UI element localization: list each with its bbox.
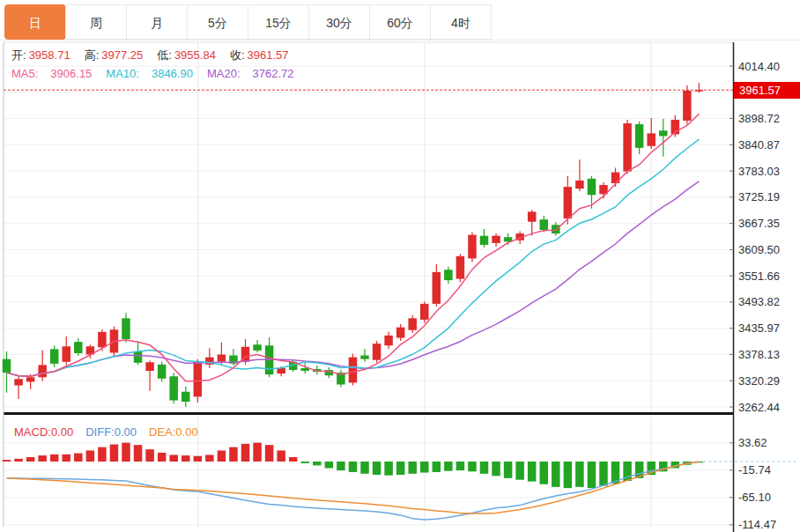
open-label: 开: — [11, 48, 26, 62]
macd-histogram-bar — [515, 462, 524, 480]
macd-value: 0.00 — [51, 425, 73, 439]
price-tick-label: 3435.97 — [738, 321, 780, 335]
tab-day[interactable]: 日 — [4, 4, 66, 40]
macd-histogram-bar — [74, 454, 83, 462]
tab-15min[interactable]: 15分 — [248, 4, 309, 40]
kline-chart-app: 日 周 月 5分 15分 30分 60分 4时 4014.403898.7238… — [0, 0, 800, 532]
candle-body — [38, 365, 47, 377]
candle-body — [695, 90, 704, 91]
macd-histogram-bar — [289, 457, 298, 462]
macd-histogram-bar — [158, 453, 167, 462]
macd-histogram-bar — [14, 459, 23, 462]
macd-histogram-bar — [205, 454, 214, 462]
macd-histogram-bar — [98, 447, 107, 462]
macd-histogram-bar — [169, 454, 178, 462]
macd-histogram-bar — [444, 462, 452, 471]
macd-histogram-bar — [433, 462, 441, 472]
macd-histogram-bar — [396, 462, 405, 475]
close-value: 3961.57 — [248, 48, 289, 62]
current-price-badge: 3961.57 — [734, 82, 800, 99]
candle-body — [659, 130, 668, 136]
candle-body — [63, 346, 71, 361]
macd-histogram-bar — [408, 462, 417, 474]
tab-4hour[interactable]: 4时 — [430, 4, 492, 40]
macd-histogram-bar — [360, 462, 369, 474]
tab-30min[interactable]: 30分 — [308, 4, 370, 40]
ma20-label: MA20: — [207, 67, 241, 80]
macd-histogram-bar — [552, 462, 560, 487]
candle-body — [158, 365, 167, 379]
close-label: 收: — [230, 48, 245, 62]
candle-body — [444, 270, 452, 280]
macd-histogram-bar — [301, 462, 310, 463]
macd-histogram-bar — [110, 445, 119, 462]
candle-body — [683, 91, 692, 121]
price-tick-label: 3320.29 — [738, 374, 780, 388]
candle-body — [492, 236, 500, 243]
high-label: 高: — [85, 48, 100, 62]
macd-histogram-bar — [468, 462, 477, 471]
dea-value: 0.00 — [175, 425, 197, 439]
macd-histogram-bar — [540, 462, 549, 484]
price-tick-label: 3783.03 — [738, 165, 780, 178]
macd-tick-label: 33.62 — [738, 436, 767, 449]
candle-body — [433, 272, 441, 304]
macd-histogram-bar — [480, 462, 489, 474]
macd-histogram-bar — [277, 450, 285, 462]
ma20-value: 3762.72 — [253, 67, 294, 80]
macd-histogram-bar — [349, 462, 358, 472]
candle-body — [122, 318, 130, 339]
macd-histogram-bar — [313, 462, 322, 465]
macd-histogram-bar — [504, 462, 513, 478]
macd-histogram-bar — [599, 462, 608, 486]
low-label: 低: — [157, 48, 172, 62]
candle-body — [98, 332, 107, 347]
price-tick-label: 4014.40 — [738, 60, 780, 73]
macd-histogram-bar — [456, 462, 465, 470]
ma10-value: 3846.90 — [152, 67, 193, 80]
dea-label: DEA: — [149, 425, 175, 439]
price-tick-label: 3378.13 — [738, 348, 780, 361]
candle-body — [540, 219, 549, 230]
price-tick-label: 3262.44 — [738, 401, 780, 414]
candle-body — [373, 344, 381, 360]
candle-body — [528, 211, 537, 221]
candle-body — [396, 328, 405, 338]
macd-histogram-bar — [50, 454, 58, 462]
macd-histogram-bar — [145, 449, 154, 462]
candle-body — [349, 358, 358, 383]
price-tick-label: 3898.72 — [738, 112, 780, 125]
macd-tick-label: -15.74 — [738, 463, 771, 477]
candle-body — [194, 362, 203, 397]
macd-histogram-bar — [3, 460, 11, 462]
tab-week[interactable]: 周 — [65, 4, 127, 40]
macd-tick-label: -114.47 — [738, 518, 776, 531]
candle-body — [218, 355, 226, 362]
macd-tick-label: -65.10 — [738, 491, 771, 504]
tab-month[interactable]: 月 — [126, 4, 188, 40]
candle-body — [360, 356, 369, 359]
ma5-label: MA5: — [11, 67, 38, 80]
tab-5min[interactable]: 5分 — [187, 4, 248, 40]
macd-histogram-bar — [253, 443, 262, 462]
macd-histogram-bar — [384, 462, 393, 476]
candle-body — [74, 342, 83, 353]
macd-histogram-bar — [373, 462, 381, 475]
ma5-value: 3906.15 — [50, 67, 92, 80]
candle-body — [575, 181, 584, 188]
low-value: 3955.84 — [174, 48, 216, 62]
tab-60min[interactable]: 60分 — [369, 4, 431, 40]
candle-body — [564, 187, 573, 218]
price-tick-label: 3609.50 — [738, 243, 780, 256]
open-value: 3958.71 — [29, 48, 70, 62]
candle-body — [480, 236, 489, 245]
ma10-label: MA10: — [106, 67, 139, 80]
price-tick-label: 3840.87 — [738, 138, 780, 151]
price-tick-label: 3667.35 — [738, 217, 780, 230]
ohlc-legend: 开:3958.71高:3977.25低:3955.84收:3961.57 — [11, 48, 303, 63]
macd-histogram-bar — [122, 443, 130, 462]
candle-body — [647, 133, 656, 145]
candle-body — [3, 359, 11, 373]
macd-histogram-bar — [564, 462, 573, 488]
high-value: 3977.25 — [101, 48, 143, 62]
